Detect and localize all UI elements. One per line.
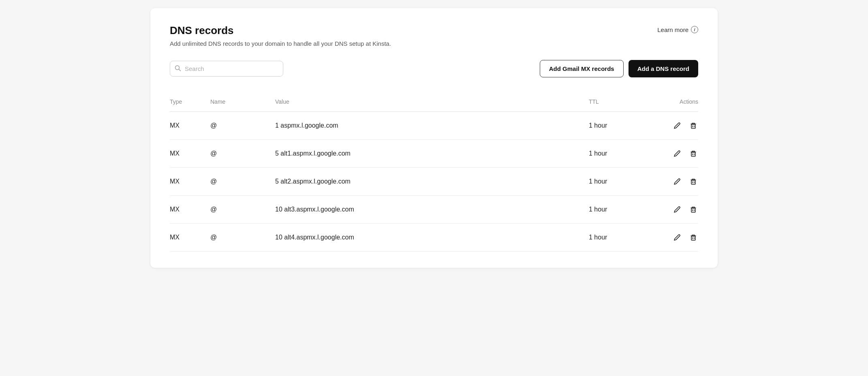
cell-actions-3 [650, 196, 698, 224]
svg-rect-14 [691, 236, 695, 240]
dns-records-panel: DNS records Add unlimited DNS records to… [150, 8, 718, 268]
col-header-type: Type [170, 94, 210, 112]
cell-value-2: 5 alt2.aspmx.l.google.com [275, 168, 589, 196]
edit-button-4[interactable] [672, 233, 682, 242]
delete-button-1[interactable] [688, 149, 698, 158]
cell-type-2: MX [170, 168, 210, 196]
cell-ttl-4: 1 hour [589, 224, 650, 252]
title-block: DNS records Add unlimited DNS records to… [170, 24, 391, 47]
col-header-value: Value [275, 94, 589, 112]
col-header-actions: Actions [650, 94, 698, 112]
table-row: MX @ 10 alt3.aspmx.l.google.com 1 hour [170, 196, 698, 224]
page-subtitle: Add unlimited DNS records to your domain… [170, 40, 391, 47]
edit-button-2[interactable] [672, 177, 682, 186]
cell-value-1: 5 alt1.aspmx.l.google.com [275, 140, 589, 168]
search-input[interactable] [170, 61, 283, 77]
dns-records-table: Type Name Value TTL Actions MX @ 1 aspmx… [170, 94, 698, 252]
cell-actions-0 [650, 112, 698, 140]
cell-value-3: 10 alt3.aspmx.l.google.com [275, 196, 589, 224]
delete-button-4[interactable] [688, 233, 698, 242]
cell-name-3: @ [210, 196, 275, 224]
edit-button-0[interactable] [672, 121, 682, 130]
learn-more-link[interactable]: Learn more i [657, 24, 698, 33]
cell-name-4: @ [210, 224, 275, 252]
table-header: Type Name Value TTL Actions [170, 94, 698, 112]
page-header: DNS records Add unlimited DNS records to… [170, 24, 698, 47]
info-icon: i [691, 26, 698, 33]
col-header-ttl: TTL [589, 94, 650, 112]
cell-value-4: 10 alt4.aspmx.l.google.com [275, 224, 589, 252]
page-title: DNS records [170, 24, 391, 37]
add-gmail-mx-button[interactable]: Add Gmail MX records [540, 60, 624, 77]
cell-type-3: MX [170, 196, 210, 224]
svg-rect-5 [691, 152, 695, 156]
cell-name-0: @ [210, 112, 275, 140]
cell-actions-2 [650, 168, 698, 196]
cell-actions-4 [650, 224, 698, 252]
table-body: MX @ 1 aspmx.l.google.com 1 hour [170, 112, 698, 252]
search-icon [175, 65, 181, 73]
learn-more-label: Learn more [657, 26, 688, 33]
delete-button-3[interactable] [688, 205, 698, 214]
cell-type-1: MX [170, 140, 210, 168]
cell-name-1: @ [210, 140, 275, 168]
toolbar: Add Gmail MX records Add a DNS record [170, 60, 698, 77]
cell-ttl-0: 1 hour [589, 112, 650, 140]
svg-rect-2 [691, 124, 695, 128]
cell-actions-1 [650, 140, 698, 168]
add-dns-record-button[interactable]: Add a DNS record [629, 60, 698, 77]
cell-ttl-2: 1 hour [589, 168, 650, 196]
table-row: MX @ 1 aspmx.l.google.com 1 hour [170, 112, 698, 140]
table-row: MX @ 5 alt2.aspmx.l.google.com 1 hour [170, 168, 698, 196]
edit-button-3[interactable] [672, 205, 682, 214]
col-header-name: Name [210, 94, 275, 112]
search-wrapper [170, 61, 283, 77]
cell-type-0: MX [170, 112, 210, 140]
svg-rect-11 [691, 208, 695, 212]
delete-button-0[interactable] [688, 121, 698, 130]
cell-ttl-1: 1 hour [589, 140, 650, 168]
delete-button-2[interactable] [688, 177, 698, 186]
cell-ttl-3: 1 hour [589, 196, 650, 224]
cell-name-2: @ [210, 168, 275, 196]
edit-button-1[interactable] [672, 149, 682, 158]
cell-type-4: MX [170, 224, 210, 252]
table-row: MX @ 10 alt4.aspmx.l.google.com 1 hour [170, 224, 698, 252]
table-row: MX @ 5 alt1.aspmx.l.google.com 1 hour [170, 140, 698, 168]
button-group: Add Gmail MX records Add a DNS record [540, 60, 698, 77]
svg-rect-8 [691, 180, 695, 184]
svg-line-1 [179, 69, 181, 71]
cell-value-0: 1 aspmx.l.google.com [275, 112, 589, 140]
